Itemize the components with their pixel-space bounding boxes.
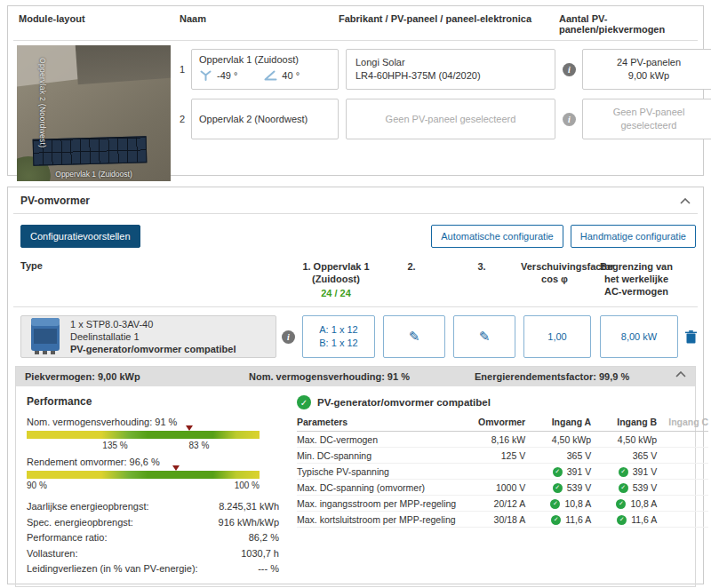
map-surface1-label: Oppervlak 1 (Zuidoost): [17, 170, 171, 179]
stat-row: Vollasturen: 1030,7 h: [27, 546, 279, 562]
surface-row-2: 2 Oppervlak 2 (Noordwest) Geen PV-paneel…: [176, 99, 711, 139]
panel-select-box-2[interactable]: Geen PV-paneel geselecteerd: [346, 99, 555, 139]
compatibility-title-row: PV-generator/omvormer compatibel: [297, 395, 708, 409]
surface-angles: -49 ° 40 °: [199, 69, 331, 81]
inverter-device-box[interactable]: 1 x STP8.0-3AV-40 Deelinstallatie 1 PV-g…: [20, 315, 276, 358]
col-ingang-c: Ingang C: [657, 417, 708, 432]
compatibility-column: PV-generator/omvormer compatibel Paramet…: [297, 395, 708, 577]
param-name: Typische PV-spanning: [297, 464, 456, 480]
nominal-ratio-label: Nom. vermogensverhouding: 91 %: [27, 417, 279, 427]
column-header-2: 2.: [380, 260, 443, 299]
inverter-efficiency-label: Rendement omvormer: 96,6 %: [27, 457, 279, 467]
compatibility-title: PV-generator/omvormer compatibel: [317, 397, 491, 408]
check-icon: [616, 499, 626, 509]
string-config-box-surface1[interactable]: A: 1 x 12 B: 1 x 12: [302, 315, 375, 358]
ac-limit-value: 8,00 kW: [621, 331, 657, 342]
tilt-icon: [264, 69, 277, 81]
map-surface2-label: Oppervlak 2 (Noordwest): [38, 58, 47, 147]
compatibility-status: PV-generator/omvormer compatibel: [70, 343, 236, 355]
edit-config-box-3[interactable]: [453, 315, 515, 358]
surface-name: Oppervlak 1 (Zuidoost): [199, 54, 331, 65]
check-icon: [553, 467, 563, 477]
performance-column: Performance Nom. vermogensverhouding: 91…: [27, 395, 279, 577]
surface1-panel-count-status: 24 / 24: [300, 287, 372, 299]
count-placeholder-text: Geen PV-paneel geselecteerd: [587, 106, 711, 132]
inverter-table-header: Type 1. Oppervlak 1 (Zuidoost) 24 / 24 2…: [13, 260, 698, 307]
inverter-efficiency-gauge: [27, 471, 260, 479]
collapse-section-icon[interactable]: [675, 196, 696, 206]
map-panel-array: [33, 136, 148, 165]
column-header-aantal: Aantal PV-panelen/piekvermogen: [552, 13, 698, 35]
edit-config-box-2[interactable]: [383, 315, 445, 358]
column-header-fabrikant: Fabrikant / PV-paneel / paneel-elektroni…: [332, 13, 552, 35]
surface-name-box-2[interactable]: Oppervlak 2 (Noordwest): [191, 99, 339, 139]
summary-energy-factor: Energierendementsfactor: 99,9 %: [475, 371, 629, 382]
column-header-ac-limit: Begrenzing van het werkelijke AC-vermoge…: [597, 260, 675, 299]
section-title: PV-omvormer: [20, 195, 90, 207]
pencil-icon: [409, 329, 420, 345]
surface-name-box-1[interactable]: Oppervlak 1 (Zuidoost) -49 ° 40 °: [191, 49, 339, 90]
string-b-config: B: 1 x 12: [319, 337, 357, 350]
manual-config-button[interactable]: Handmatige configuratie: [571, 225, 696, 248]
inverter-efficiency-gauge-marks: 90 % 100 %: [27, 481, 260, 492]
summary-bar: Piekvermogen: 9,00 kWp Nom. vermogensver…: [16, 367, 695, 386]
column-header-actions: [683, 260, 696, 299]
peak-power: 9,00 kWp: [628, 69, 669, 83]
page: Module-layout Naam Fabrikant / PV-paneel…: [0, 0, 711, 588]
param-name: Max. ingangsstroom per MPP-regeling: [297, 496, 456, 512]
panel-count-box-1[interactable]: 24 PV-panelen 9,00 kWp: [582, 49, 711, 90]
delete-inverter-icon[interactable]: [685, 330, 697, 344]
details-area: Performance Nom. vermogensverhouding: 91…: [16, 386, 695, 586]
string-a-config: A: 1 x 12: [319, 323, 357, 337]
col-ingang-b: Ingang B: [591, 417, 657, 432]
panel-select-box-1[interactable]: Longi Solar LR4-60HPH-375M (04/2020): [346, 49, 555, 90]
performance-title: Performance: [27, 395, 279, 408]
cos-phi-value: 1,00: [547, 331, 566, 342]
param-name: Min. DC-spanning: [297, 448, 456, 464]
pv-inverter-section: PV-omvormer Configuratievoorstellen Auto…: [7, 187, 704, 584]
auto-config-button[interactable]: Automatische configuratie: [431, 225, 563, 248]
inverter-toolbar: Configuratievoorstellen Automatische con…: [13, 225, 698, 248]
panel-count-box-2[interactable]: Geen PV-paneel geselecteerd: [582, 99, 711, 139]
pencil-icon: [479, 329, 491, 345]
info-icon[interactable]: [282, 330, 295, 344]
module-layout-map[interactable]: Oppervlak 2 (Noordwest) Oppervlak 1 (Zui…: [17, 45, 171, 181]
config-proposals-button[interactable]: Configuratievoorstellen: [20, 225, 140, 248]
collapse-details-icon[interactable]: [670, 369, 691, 379]
azimuth-value: -49 °: [217, 70, 237, 81]
module-layout-section: Module-layout Naam Fabrikant / PV-paneel…: [7, 5, 704, 176]
check-circle-icon: [297, 395, 311, 409]
column-header-cos-phi: Verschuivingsfactor cos φ: [521, 260, 588, 299]
column-header-surface1: 1. Oppervlak 1 (Zuidoost) 24 / 24: [300, 260, 372, 299]
info-icon[interactable]: [563, 63, 576, 76]
inverter-image: [28, 317, 62, 356]
col-ingang-a: Ingang A: [525, 417, 591, 432]
performance-stats: Jaarlijkse energieopbrengst: 8.245,31 kW…: [27, 499, 279, 577]
gauge-marker: [172, 465, 180, 471]
column-header-module-layout: Module-layout: [13, 13, 172, 35]
azimuth-icon: [199, 69, 212, 81]
inverter-row: 1 x STP8.0-3AV-40 Deelinstallatie 1 PV-g…: [13, 315, 698, 358]
param-name: Max. DC-vermogen: [297, 432, 456, 448]
nominal-ratio-gauge: [27, 431, 260, 439]
panel-model: LR4-60HPH-375M (04/2020): [356, 69, 546, 83]
cos-phi-field[interactable]: 1,00: [523, 315, 591, 358]
check-icon: [551, 515, 561, 525]
stat-row: Spec. energieopbrengst: 916 kWh/kWp: [27, 515, 279, 531]
manufacturer-name: Longi Solar: [356, 56, 546, 69]
ac-limit-field[interactable]: 8,00 kW: [600, 315, 678, 358]
info-icon[interactable]: [563, 113, 576, 126]
param-name: Max. DC-spanning (omvormer): [297, 480, 456, 496]
param-name: Max. kortsluitstroom per MPP-regeling: [297, 512, 456, 528]
check-icon: [553, 483, 563, 493]
column-header-naam: Naam: [172, 13, 332, 35]
nominal-ratio-gauge-marks: 135 % 83 %: [27, 441, 260, 452]
check-icon: [619, 483, 628, 493]
subinstallation-label: Deelinstallatie 1: [70, 330, 236, 343]
gauge-marker: [186, 425, 193, 431]
column-header-3: 3.: [451, 260, 513, 299]
stat-row: Performance ratio: 86,2 %: [27, 530, 279, 546]
check-icon: [617, 515, 627, 525]
pv-inverter-header: PV-omvormer: [13, 187, 698, 214]
surface-row-2-index: 2: [176, 99, 185, 139]
